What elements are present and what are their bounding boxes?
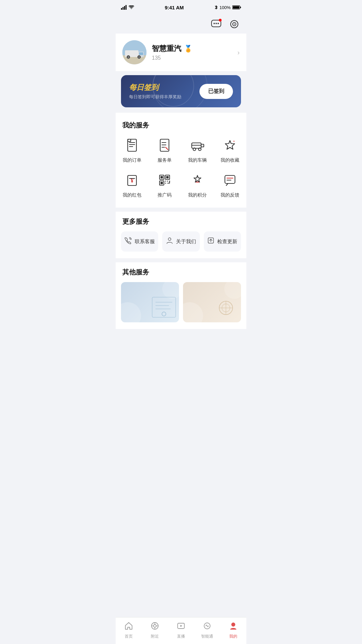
about-icon	[166, 237, 173, 246]
profile-arrow[interactable]: ›	[237, 49, 240, 56]
nav-item-nearby[interactable]: 附近	[142, 619, 168, 639]
svg-rect-3	[126, 5, 127, 10]
svg-rect-35	[201, 144, 204, 147]
more-service-update[interactable]: 检查更新	[204, 231, 241, 252]
vehicle-icon	[189, 137, 206, 154]
service-order-icon	[156, 137, 173, 154]
service-item-service-order[interactable]: 服务单	[148, 131, 181, 166]
profile-section[interactable]: 智慧重汽 🏅 135 ›	[116, 34, 246, 71]
svg-rect-46	[166, 176, 169, 178]
redpacket-icon: ¥	[123, 171, 141, 189]
other-services-title: 其他服务	[116, 262, 246, 281]
scan-icon	[229, 19, 239, 29]
nav-label-nearby: 附近	[151, 634, 159, 639]
message-button[interactable]	[209, 17, 223, 31]
other-services-grid	[116, 281, 246, 329]
other-service-card-right[interactable]	[183, 282, 241, 322]
profile-nav-icon	[229, 622, 238, 632]
smart-icon	[203, 622, 212, 632]
service-item-favorites[interactable]: 我的收藏	[214, 131, 247, 166]
service-label-points: 我的积分	[188, 192, 207, 198]
nav-label-home: 首页	[125, 634, 133, 639]
live-icon	[177, 622, 185, 632]
nav-label-profile: 我的	[229, 634, 237, 639]
wifi-icon	[129, 5, 134, 9]
qrcode-icon	[156, 171, 173, 189]
nav-label-live: 直播	[177, 634, 185, 639]
svg-marker-78	[180, 625, 182, 627]
more-services-title: 更多服务	[116, 212, 246, 230]
service-label-vehicle: 我的车辆	[188, 157, 207, 163]
svg-point-9	[216, 23, 217, 24]
svg-point-10	[218, 23, 219, 24]
checkin-text: 每日签到 每日签到即可获得丰厚奖励	[129, 83, 181, 100]
update-label: 检查更新	[217, 238, 237, 245]
checkin-banner[interactable]: 每日签到 每日签到即可获得丰厚奖励 已签到	[121, 75, 241, 107]
home-icon	[124, 622, 133, 632]
service-item-points[interactable]: 我的积分	[181, 166, 214, 201]
nearby-icon	[150, 622, 159, 632]
svg-point-72	[154, 625, 156, 627]
status-left	[121, 5, 134, 10]
service-item-qrcode[interactable]: 推广码	[148, 166, 181, 201]
svg-point-81	[232, 623, 235, 626]
more-service-contact[interactable]: 联系客服	[121, 231, 158, 252]
service-item-redpacket[interactable]: ¥ 我的红包	[116, 166, 148, 201]
favorites-icon	[221, 137, 239, 154]
feedback-icon	[221, 171, 239, 189]
svg-rect-28	[128, 139, 131, 142]
nav-item-live[interactable]: 直播	[168, 619, 194, 639]
crown-icon: 🏅	[184, 45, 192, 53]
battery-percent: 100%	[220, 5, 231, 10]
my-services-title: 我的服务	[122, 121, 240, 130]
scan-button[interactable]	[228, 17, 241, 31]
svg-rect-0	[121, 8, 122, 10]
service-label-feedback: 我的反馈	[221, 192, 239, 198]
other-services-section: 其他服务	[116, 262, 246, 329]
header-icons	[116, 15, 246, 34]
service-label-favorites: 我的收藏	[221, 157, 239, 163]
svg-rect-48	[161, 182, 163, 184]
card-image-right	[213, 296, 239, 320]
card-image-left	[150, 296, 177, 319]
order-icon	[123, 137, 141, 154]
service-label-order: 我的订单	[123, 157, 141, 163]
service-label-service-order: 服务单	[158, 157, 172, 163]
bluetooth-icon	[215, 5, 218, 10]
service-item-feedback[interactable]: 我的反馈	[214, 166, 247, 201]
nav-label-smart: 智能通	[201, 634, 213, 639]
svg-rect-56	[225, 175, 235, 183]
more-services-section: 更多服务 联系客服 关于我们 检查更新	[116, 212, 246, 258]
service-item-order[interactable]: 我的订单	[116, 131, 148, 166]
service-item-vehicle[interactable]: 我的车辆	[181, 131, 214, 166]
svg-rect-2	[124, 6, 125, 10]
signal-icon	[121, 5, 127, 10]
other-service-card-left[interactable]	[121, 282, 179, 322]
profile-id: 135	[152, 55, 232, 61]
nav-item-profile[interactable]: 我的	[220, 619, 246, 639]
profile-info: 智慧重汽 🏅 135	[152, 44, 232, 61]
svg-rect-19	[139, 52, 143, 55]
phone-icon	[125, 237, 132, 246]
checkin-button[interactable]: 已签到	[199, 84, 233, 99]
points-icon	[189, 171, 206, 189]
nav-item-smart[interactable]: 智能通	[194, 619, 220, 639]
bottom-nav: 首页 附近 直播 智能通 我的	[116, 617, 246, 644]
checkin-subtitle: 每日签到即可获得丰厚奖励	[129, 94, 181, 100]
checkin-title: 每日签到	[129, 83, 181, 93]
svg-point-21	[128, 56, 129, 58]
status-right: 100%	[215, 5, 241, 10]
my-services-section: 我的服务 我的订单 服务单 我的车辆 我的收藏 ¥ 我的红包	[116, 113, 246, 208]
svg-rect-1	[123, 7, 124, 10]
svg-point-23	[138, 56, 140, 58]
nav-item-home[interactable]: 首页	[116, 619, 142, 639]
more-services-grid: 联系客服 关于我们 检查更新	[116, 230, 246, 258]
svg-rect-6	[233, 6, 240, 9]
status-time: 9:41 AM	[165, 5, 184, 10]
svg-line-33	[166, 147, 168, 150]
svg-rect-24	[128, 139, 136, 151]
svg-point-8	[214, 23, 215, 24]
status-bar: 9:41 AM 100%	[116, 0, 246, 15]
more-service-about[interactable]: 关于我们	[162, 231, 199, 252]
svg-point-13	[234, 24, 235, 25]
